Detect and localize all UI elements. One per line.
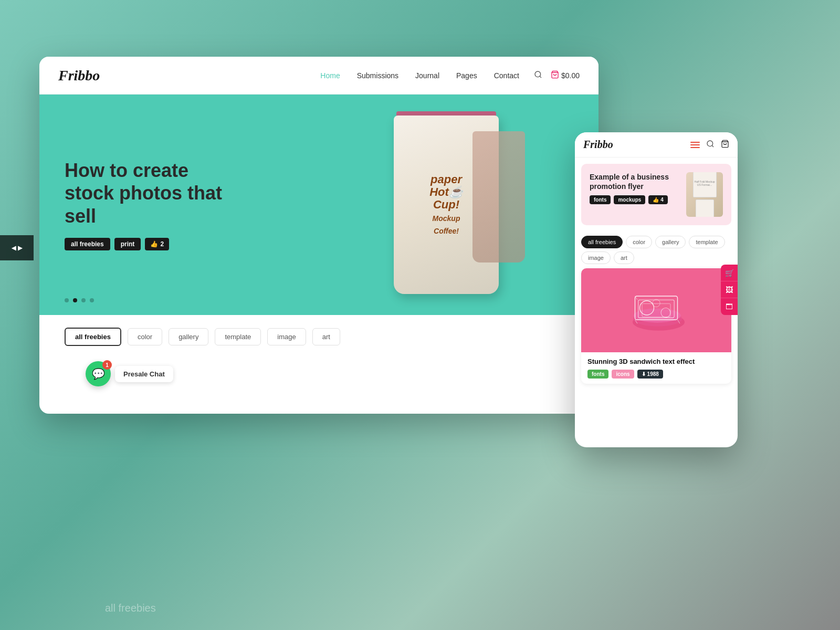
sandwich-tag-fonts[interactable]: fonts	[587, 370, 608, 379]
thumbsup-icon-mobile: 👍	[653, 197, 659, 203]
filter-tab-gallery[interactable]: gallery	[169, 328, 208, 345]
nav-link-home[interactable]: Home	[320, 71, 340, 80]
slide-dot-4[interactable]	[90, 298, 94, 302]
tag-mockups[interactable]: all freebies	[65, 238, 110, 250]
slider-dots	[65, 298, 94, 302]
mobile-mockup: Fribbo Example of a business promotion f…	[575, 132, 738, 447]
chat-widget: 💬 1 Presale Chat	[86, 361, 173, 386]
filter-tab-image[interactable]: image	[267, 328, 306, 345]
h-line-3	[690, 147, 700, 148]
desktop-nav: Fribbo Home Submissions Journal Pages Co…	[39, 57, 598, 94]
svg-point-3	[707, 141, 713, 146]
mobile-nav-icons	[690, 140, 729, 150]
sandwich-card: Stunning 3D sandwich text effect fonts i…	[581, 268, 731, 384]
cup-visual: paperHot☕Cup! MockupCoffee!	[362, 100, 530, 310]
mobile-photo-side-icon[interactable]: 🖼	[721, 281, 738, 298]
mobile-promo-card: Example of a business promotion flyer fo…	[581, 164, 731, 225]
cart-price: $0.00	[561, 71, 580, 80]
promo-card-title: Example of a business promotion flyer	[590, 172, 681, 191]
filter-tab-all-freebies[interactable]: all freebies	[65, 328, 121, 346]
bottom-area-text: all freebies	[105, 602, 156, 614]
svg-point-8	[634, 308, 681, 322]
slide-dot-2[interactable]	[73, 298, 77, 302]
svg-point-17	[653, 299, 660, 307]
svg-point-0	[535, 71, 541, 77]
promo-like-count: 4	[660, 197, 664, 203]
mobile-filter-gallery[interactable]: gallery	[655, 236, 686, 248]
flyer-img-1: Half Fold Mockup US Format...	[693, 172, 717, 197]
mobile-filter-image[interactable]: image	[581, 251, 611, 264]
filter-tab-color[interactable]: color	[128, 328, 162, 345]
nav-item-journal[interactable]: Journal	[415, 71, 439, 80]
sandwich-card-info: Stunning 3D sandwich text effect fonts i…	[581, 352, 731, 384]
promo-tag-fonts[interactable]: fonts	[590, 195, 611, 204]
mobile-cart-side-icon[interactable]: 🛒	[721, 265, 738, 281]
h-line-1	[690, 142, 700, 143]
indicator-text: ◀ ▶	[12, 245, 22, 251]
svg-line-1	[540, 76, 541, 78]
tag-print[interactable]: print	[114, 238, 141, 250]
desktop-mockup: Fribbo Home Submissions Journal Pages Co…	[39, 57, 598, 414]
mobile-search-icon[interactable]	[706, 140, 715, 150]
promo-img-content: Half Fold Mockup US Format...	[693, 172, 717, 217]
svg-line-4	[712, 145, 713, 147]
slide-dot-1[interactable]	[65, 298, 69, 302]
cart-link[interactable]: $0.00	[551, 70, 580, 80]
chat-badge: 1	[102, 360, 112, 370]
mobile-nav: Fribbo	[575, 132, 738, 158]
chat-label[interactable]: Presale Chat	[115, 366, 173, 382]
hero-title: How to create stock photos that sell	[65, 159, 235, 227]
chat-button[interactable]: 💬 1	[86, 361, 111, 386]
nav-item-contact[interactable]: Contact	[494, 71, 519, 80]
filter-tab-art[interactable]: art	[312, 328, 340, 345]
nav-link-submissions[interactable]: Submissions	[357, 71, 398, 80]
promo-card-image: Half Fold Mockup US Format...	[686, 172, 723, 217]
nav-item-home[interactable]: Home	[320, 71, 340, 80]
mobile-browser-side-icon[interactable]: 🗔	[721, 298, 738, 315]
nav-link-pages[interactable]: Pages	[456, 71, 477, 80]
cup-back	[472, 131, 525, 262]
hero-content: How to create stock photos that sell all…	[39, 138, 260, 271]
dark-nav-indicator: ◀ ▶	[0, 235, 34, 260]
mobile-filter-tabs: all freebies color gallery template imag…	[575, 232, 738, 268]
slide-dot-3[interactable]	[81, 298, 86, 302]
hero-tags: all freebies print 👍 2	[65, 238, 235, 250]
chat-icon: 💬	[92, 368, 105, 380]
mobile-filter-color[interactable]: color	[626, 236, 652, 248]
mobile-filter-art[interactable]: art	[614, 251, 634, 264]
nav-item-submissions[interactable]: Submissions	[357, 71, 398, 80]
sandwich-card-tags: fonts icons ⬇ 1988	[587, 370, 725, 379]
filter-tab-template[interactable]: template	[215, 328, 261, 345]
promo-card-tags: fonts mockups 👍 4	[590, 195, 681, 204]
promo-tag-like: 👍 4	[648, 195, 668, 204]
mobile-filter-all-freebies[interactable]: all freebies	[581, 236, 623, 248]
mobile-filter-template[interactable]: template	[689, 236, 724, 248]
like-count: 2	[160, 240, 164, 248]
promo-tag-mockups[interactable]: mockups	[614, 195, 645, 204]
hamburger-menu-icon[interactable]	[690, 142, 700, 148]
cart-icon	[551, 70, 559, 80]
download-icon: ⬇	[642, 371, 646, 377]
sandwich-card-title: Stunning 3D sandwich text effect	[587, 358, 725, 365]
flyer-img-2	[696, 200, 714, 217]
nav-item-pages[interactable]: Pages	[456, 71, 477, 80]
bottom-text: all freebies	[105, 602, 156, 614]
mobile-cart-icon[interactable]	[721, 140, 729, 150]
desktop-filter-tabs: all freebies color gallery template imag…	[39, 315, 598, 359]
sandwich-3d-svg	[609, 276, 704, 344]
sandwich-download-count: ⬇ 1988	[637, 370, 663, 379]
promo-card-text: Example of a business promotion flyer fo…	[590, 172, 681, 204]
desktop-nav-icons: $0.00	[534, 70, 580, 81]
cup-text: paperHot☕Cup! MockupCoffee!	[429, 173, 463, 237]
h-line-2	[690, 144, 700, 145]
mobile-logo: Fribbo	[583, 139, 613, 151]
nav-link-contact[interactable]: Contact	[494, 71, 519, 80]
flyer-text: Half Fold Mockup US Format...	[694, 179, 716, 187]
nav-link-journal[interactable]: Journal	[415, 71, 439, 80]
tag-like: 👍 2	[145, 238, 169, 250]
search-icon[interactable]	[534, 70, 542, 81]
thumbsup-icon: 👍	[150, 240, 158, 248]
desktop-logo: Fribbo	[58, 67, 320, 84]
sandwich-tag-icons[interactable]: icons	[612, 370, 634, 379]
desktop-nav-links: Home Submissions Journal Pages Contact	[320, 71, 519, 80]
